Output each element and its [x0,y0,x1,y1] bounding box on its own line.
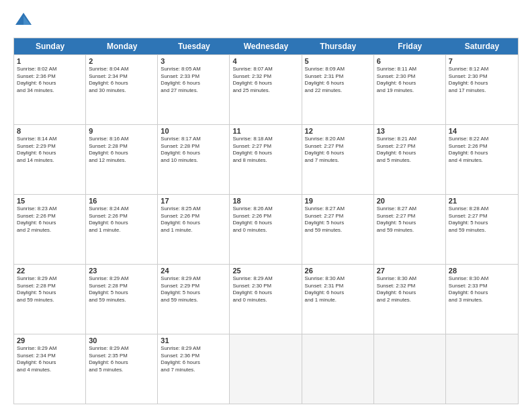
calendar-cell: 20Sunrise: 8:27 AM Sunset: 2:27 PM Dayli… [374,195,446,264]
weekday-header-friday: Friday [374,38,446,54]
day-number: 22 [17,267,83,275]
day-info: Sunrise: 8:29 AM Sunset: 2:34 PM Dayligh… [17,345,83,373]
day-number: 11 [232,127,298,135]
day-number: 2 [89,57,154,65]
day-info: Sunrise: 8:12 AM Sunset: 2:30 PM Dayligh… [449,66,515,94]
day-info: Sunrise: 8:05 AM Sunset: 2:33 PM Dayligh… [161,66,226,94]
calendar-cell: 5Sunrise: 8:09 AM Sunset: 2:31 PM Daylig… [302,55,374,124]
calendar-row-3: 15Sunrise: 8:23 AM Sunset: 2:26 PM Dayli… [14,194,518,264]
day-info: Sunrise: 8:30 AM Sunset: 2:33 PM Dayligh… [449,275,515,304]
day-number: 6 [377,57,443,65]
day-info: Sunrise: 8:22 AM Sunset: 2:26 PM Dayligh… [449,136,515,164]
day-number: 17 [161,197,226,205]
day-info: Sunrise: 8:29 AM Sunset: 2:36 PM Dayligh… [161,345,226,373]
day-info: Sunrise: 8:29 AM Sunset: 2:29 PM Dayligh… [161,275,226,304]
calendar-cell: 30Sunrise: 8:29 AM Sunset: 2:35 PM Dayli… [86,334,158,404]
calendar-cell: 9Sunrise: 8:16 AM Sunset: 2:28 PM Daylig… [86,125,158,194]
day-info: Sunrise: 8:04 AM Sunset: 2:34 PM Dayligh… [89,66,154,94]
calendar-cell: 6Sunrise: 8:11 AM Sunset: 2:30 PM Daylig… [374,55,446,124]
day-info: Sunrise: 8:27 AM Sunset: 2:27 PM Dayligh… [305,205,371,234]
day-number: 23 [89,267,154,275]
day-info: Sunrise: 8:29 AM Sunset: 2:30 PM Dayligh… [232,275,298,304]
weekday-header-tuesday: Tuesday [158,38,230,54]
calendar-cell: 8Sunrise: 8:14 AM Sunset: 2:29 PM Daylig… [14,125,86,194]
day-number: 18 [232,197,298,205]
day-info: Sunrise: 8:14 AM Sunset: 2:29 PM Dayligh… [17,136,83,164]
day-info: Sunrise: 8:21 AM Sunset: 2:27 PM Dayligh… [377,136,443,164]
weekday-header-sunday: Sunday [14,38,86,54]
calendar-cell: 12Sunrise: 8:20 AM Sunset: 2:27 PM Dayli… [302,125,374,194]
day-number: 4 [232,57,298,65]
calendar-row-4: 22Sunrise: 8:29 AM Sunset: 2:28 PM Dayli… [14,264,518,334]
day-info: Sunrise: 8:26 AM Sunset: 2:26 PM Dayligh… [232,205,298,234]
day-number: 16 [89,197,154,205]
page: SundayMondayTuesdayWednesdayThursdayFrid… [0,0,532,411]
day-number: 30 [89,336,154,345]
weekday-header-wednesday: Wednesday [230,38,302,54]
day-number: 25 [232,267,298,275]
day-number: 27 [377,267,443,275]
day-info: Sunrise: 8:02 AM Sunset: 2:36 PM Dayligh… [17,66,83,94]
calendar-cell [446,334,518,404]
day-number: 3 [161,57,226,65]
calendar-cell [302,334,374,404]
day-info: Sunrise: 8:28 AM Sunset: 2:27 PM Dayligh… [449,205,515,234]
day-number: 31 [161,336,226,345]
day-number: 29 [17,336,83,345]
calendar-cell: 24Sunrise: 8:29 AM Sunset: 2:29 PM Dayli… [158,265,230,334]
day-number: 5 [305,57,371,65]
calendar-cell: 27Sunrise: 8:30 AM Sunset: 2:32 PM Dayli… [374,265,446,334]
day-info: Sunrise: 8:27 AM Sunset: 2:27 PM Dayligh… [377,205,443,234]
calendar-cell [374,334,446,404]
day-info: Sunrise: 8:18 AM Sunset: 2:27 PM Dayligh… [232,136,298,164]
calendar-header: SundayMondayTuesdayWednesdayThursdayFrid… [14,38,518,54]
calendar-cell: 19Sunrise: 8:27 AM Sunset: 2:27 PM Dayli… [302,195,374,264]
day-number: 26 [305,267,371,275]
day-number: 28 [449,267,515,275]
calendar-cell: 18Sunrise: 8:26 AM Sunset: 2:26 PM Dayli… [230,195,302,264]
day-info: Sunrise: 8:07 AM Sunset: 2:32 PM Dayligh… [232,66,298,94]
calendar-cell: 28Sunrise: 8:30 AM Sunset: 2:33 PM Dayli… [446,265,518,334]
calendar-cell: 4Sunrise: 8:07 AM Sunset: 2:32 PM Daylig… [230,55,302,124]
calendar-cell: 10Sunrise: 8:17 AM Sunset: 2:28 PM Dayli… [158,125,230,194]
calendar-cell: 17Sunrise: 8:25 AM Sunset: 2:26 PM Dayli… [158,195,230,264]
calendar-cell: 2Sunrise: 8:04 AM Sunset: 2:34 PM Daylig… [86,55,158,124]
day-number: 19 [305,197,371,205]
calendar-cell: 29Sunrise: 8:29 AM Sunset: 2:34 PM Dayli… [14,334,86,404]
day-info: Sunrise: 8:23 AM Sunset: 2:26 PM Dayligh… [17,205,83,234]
calendar-cell: 31Sunrise: 8:29 AM Sunset: 2:36 PM Dayli… [158,334,230,404]
header [13,11,519,31]
weekday-header-thursday: Thursday [302,38,374,54]
day-info: Sunrise: 8:29 AM Sunset: 2:28 PM Dayligh… [17,275,83,304]
day-number: 1 [17,57,83,65]
day-number: 24 [161,267,226,275]
day-number: 12 [305,127,371,135]
day-number: 14 [449,127,515,135]
day-info: Sunrise: 8:24 AM Sunset: 2:26 PM Dayligh… [89,205,154,234]
day-info: Sunrise: 8:29 AM Sunset: 2:28 PM Dayligh… [89,275,154,304]
day-number: 20 [377,197,443,205]
day-info: Sunrise: 8:09 AM Sunset: 2:31 PM Dayligh… [305,66,371,94]
weekday-header-saturday: Saturday [446,38,518,54]
day-info: Sunrise: 8:30 AM Sunset: 2:32 PM Dayligh… [377,275,443,304]
logo [13,11,36,31]
day-number: 9 [89,127,154,135]
day-info: Sunrise: 8:11 AM Sunset: 2:30 PM Dayligh… [377,66,443,94]
day-number: 13 [377,127,443,135]
calendar-row-2: 8Sunrise: 8:14 AM Sunset: 2:29 PM Daylig… [14,124,518,194]
day-number: 21 [449,197,515,205]
calendar-cell: 15Sunrise: 8:23 AM Sunset: 2:26 PM Dayli… [14,195,86,264]
calendar-cell: 22Sunrise: 8:29 AM Sunset: 2:28 PM Dayli… [14,265,86,334]
calendar-row-1: 1Sunrise: 8:02 AM Sunset: 2:36 PM Daylig… [14,54,518,124]
calendar-cell: 25Sunrise: 8:29 AM Sunset: 2:30 PM Dayli… [230,265,302,334]
day-number: 7 [449,57,515,65]
calendar-cell: 14Sunrise: 8:22 AM Sunset: 2:26 PM Dayli… [446,125,518,194]
calendar-cell: 1Sunrise: 8:02 AM Sunset: 2:36 PM Daylig… [14,55,86,124]
calendar-cell: 23Sunrise: 8:29 AM Sunset: 2:28 PM Dayli… [86,265,158,334]
calendar-cell [230,334,302,404]
calendar-cell: 3Sunrise: 8:05 AM Sunset: 2:33 PM Daylig… [158,55,230,124]
day-number: 8 [17,127,83,135]
day-info: Sunrise: 8:16 AM Sunset: 2:28 PM Dayligh… [89,136,154,164]
calendar-cell: 16Sunrise: 8:24 AM Sunset: 2:26 PM Dayli… [86,195,158,264]
day-info: Sunrise: 8:29 AM Sunset: 2:35 PM Dayligh… [89,345,154,373]
